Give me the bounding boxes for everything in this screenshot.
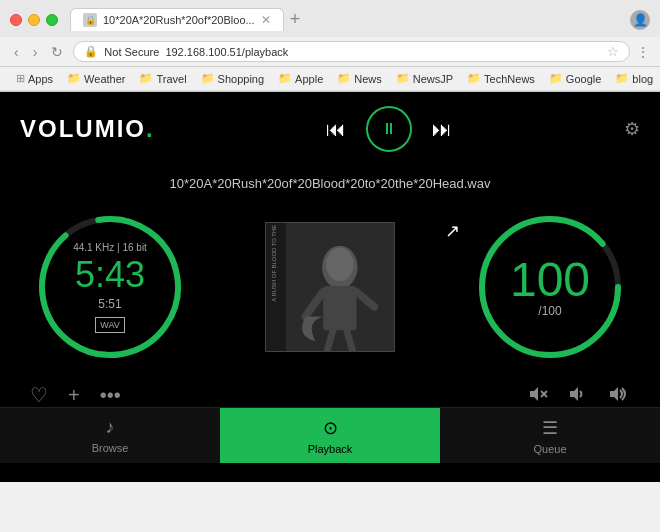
bookmark-travel-label: Travel (156, 73, 186, 85)
nav-bar: ‹ › ↻ 🔒 Not Secure 192.168.100.51/playba… (0, 37, 660, 67)
svg-text:A RUSH OF BLOOD TO THE HEAD: A RUSH OF BLOOD TO THE HEAD (271, 222, 277, 302)
svg-marker-15 (530, 387, 538, 401)
back-button[interactable]: ‹ (10, 42, 23, 62)
minimize-button[interactable] (28, 14, 40, 26)
settings-button[interactable]: ⚙ (624, 118, 640, 140)
volume-mute-button[interactable] (528, 384, 548, 407)
title-bar: 🔒 10*20A*20Rush*20of*20Bloo... ✕ + 👤 (0, 0, 660, 37)
volume-inner: 100 /100 (470, 207, 630, 367)
tab-favicon: 🔒 (83, 13, 97, 27)
volume-low-icon (568, 386, 588, 402)
action-left-group: ♡ + ••• (30, 383, 121, 407)
playback-row: 44.1 KHz | 16 bit 5:43 5:51 WAV A RUSH O… (20, 207, 640, 367)
album-art-svg: A RUSH OF BLOOD TO THE HEAD (266, 222, 394, 352)
svg-point-12 (326, 248, 354, 281)
queue-tab[interactable]: ☰ Queue (440, 408, 660, 463)
volume-high-button[interactable] (608, 384, 630, 407)
next-track-button[interactable]: ⏭ (432, 118, 452, 141)
bookmark-blog-label: blog (632, 73, 653, 85)
mute-icon (528, 386, 548, 402)
quality-label: 44.1 KHz | 16 bit (73, 242, 147, 253)
bookmark-shopping[interactable]: 📁 Shopping (195, 70, 271, 87)
bookmark-weather-label: Weather (84, 73, 125, 85)
folder-icon-shopping: 📁 (201, 72, 215, 85)
bookmark-google-label: Google (566, 73, 601, 85)
folder-icon-google: 📁 (549, 72, 563, 85)
svg-marker-18 (570, 387, 578, 401)
url-text: 192.168.100.51/playback (165, 46, 288, 58)
volume-control-group (528, 384, 630, 407)
heart-button[interactable]: ♡ (30, 383, 48, 407)
svg-rect-7 (323, 286, 356, 330)
volumio-logo: VOLUMIO. (20, 115, 155, 143)
forward-button[interactable]: › (29, 42, 42, 62)
previous-track-button[interactable]: ⏮ (326, 118, 346, 141)
bottom-nav-bar: ♪ Browse ⊙ Playback ☰ Queue (0, 407, 660, 463)
play-pause-button[interactable]: ⏸ (366, 106, 412, 152)
volume-widget[interactable]: 100 /100 (470, 207, 630, 367)
volume-low-button[interactable] (568, 384, 588, 407)
bookmark-technews[interactable]: 📁 TechNews (461, 70, 541, 87)
bookmark-apple[interactable]: 📁 Apple (272, 70, 329, 87)
tab-close-button[interactable]: ✕ (261, 13, 271, 27)
profile-icon[interactable]: 👤 (630, 10, 650, 30)
reload-button[interactable]: ↻ (47, 42, 67, 62)
playback-main: 10*20A*20Rush*20of*20Blood*20to*20the*20… (0, 166, 660, 367)
svg-marker-19 (610, 387, 618, 401)
bookmark-news[interactable]: 📁 News (331, 70, 388, 87)
bookmark-star-button[interactable]: ☆ (607, 44, 619, 59)
folder-icon-technews: 📁 (467, 72, 481, 85)
bookmark-technews-label: TechNews (484, 73, 535, 85)
active-tab[interactable]: 🔒 10*20A*20Rush*20of*20Bloo... ✕ (70, 8, 284, 31)
bookmark-apps[interactable]: ⊞ Apps (10, 70, 59, 87)
playback-tab[interactable]: ⊙ Playback (220, 408, 440, 463)
format-badge: WAV (95, 317, 125, 333)
extensions-button[interactable]: ⋮ (636, 44, 650, 60)
address-bar[interactable]: 🔒 Not Secure 192.168.100.51/playback ☆ (73, 41, 630, 62)
browse-icon: ♪ (106, 417, 115, 438)
action-row: ♡ + ••• (0, 367, 660, 407)
new-tab-button[interactable]: + (290, 9, 301, 30)
bookmark-weather[interactable]: 📁 Weather (61, 70, 131, 87)
album-art-image: A RUSH OF BLOOD TO THE HEAD (266, 223, 394, 351)
close-button[interactable] (10, 14, 22, 26)
playback-icon: ⊙ (323, 417, 338, 439)
folder-icon-blog: 📁 (615, 72, 629, 85)
time-circle-inner: 44.1 KHz | 16 bit 5:43 5:51 WAV (30, 207, 190, 367)
folder-icon-travel: 📁 (139, 72, 153, 85)
bookmarks-bar: ⊞ Apps 📁 Weather 📁 Travel 📁 Shopping 📁 A… (0, 67, 660, 91)
maximize-button[interactable] (46, 14, 58, 26)
tab-title: 10*20A*20Rush*20of*20Bloo... (103, 14, 255, 26)
volumio-app: VOLUMIO. ⏮ ⏸ ⏭ ⚙ ↗ 10*20A*20Rush*20of*20… (0, 92, 660, 482)
bookmark-apple-label: Apple (295, 73, 323, 85)
volume-high-icon (608, 386, 630, 402)
folder-icon-news: 📁 (337, 72, 351, 85)
album-art: A RUSH OF BLOOD TO THE HEAD (265, 222, 395, 352)
time-progress-widget[interactable]: 44.1 KHz | 16 bit 5:43 5:51 WAV (30, 207, 190, 367)
bookmark-travel[interactable]: 📁 Travel (133, 70, 192, 87)
more-options-button[interactable]: ••• (100, 384, 121, 407)
add-button[interactable]: + (68, 384, 80, 407)
bookmark-blog[interactable]: 📁 blog (609, 70, 659, 87)
tab-bar: 🔒 10*20A*20Rush*20of*20Bloo... ✕ + (70, 8, 620, 31)
apps-grid-icon: ⊞ (16, 72, 25, 85)
browse-tab[interactable]: ♪ Browse (0, 408, 220, 463)
bookmark-news-label: News (354, 73, 382, 85)
lock-icon: 🔒 (84, 45, 98, 58)
queue-label: Queue (533, 443, 566, 455)
browse-label: Browse (92, 442, 129, 454)
folder-icon-apple: 📁 (278, 72, 292, 85)
volumio-nav: VOLUMIO. ⏮ ⏸ ⏭ ⚙ (0, 92, 660, 166)
traffic-lights (10, 14, 58, 26)
browser-chrome: 🔒 10*20A*20Rush*20of*20Bloo... ✕ + 👤 ‹ ›… (0, 0, 660, 92)
bookmark-google[interactable]: 📁 Google (543, 70, 607, 87)
bookmark-apps-label: Apps (28, 73, 53, 85)
current-time-display: 5:43 (75, 257, 145, 293)
playback-controls: ⏮ ⏸ ⏭ (326, 106, 452, 152)
protocol-label: Not Secure (104, 46, 159, 58)
bookmark-newsjp[interactable]: 📁 NewsJP (390, 70, 459, 87)
bookmark-newsjp-label: NewsJP (413, 73, 453, 85)
folder-icon-newsjp: 📁 (396, 72, 410, 85)
track-title: 10*20A*20Rush*20of*20Blood*20to*20the*20… (170, 176, 491, 191)
total-time-display: 5:51 (98, 297, 121, 311)
